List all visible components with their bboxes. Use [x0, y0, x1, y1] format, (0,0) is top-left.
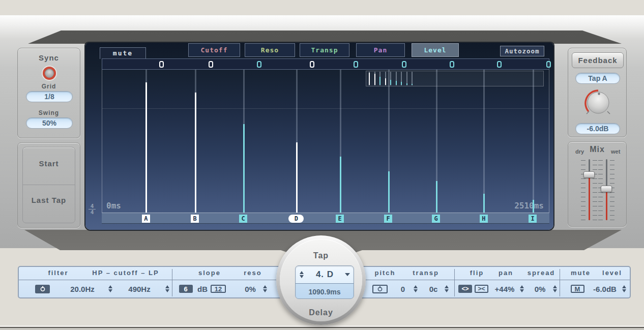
tap-level-bar-D[interactable] — [296, 142, 298, 213]
dry-label: dry — [575, 148, 584, 155]
mute-toggle-F[interactable] — [402, 61, 406, 68]
tap-level-bar-A[interactable] — [145, 82, 147, 213]
spread-value[interactable]: 0% — [529, 283, 551, 295]
minimap-bar-H — [406, 83, 407, 85]
reso-value[interactable]: 0% — [238, 283, 263, 295]
tap-delay-time-value[interactable]: 1090.9ms — [296, 284, 354, 299]
swing-value-field[interactable]: 50% — [26, 117, 73, 129]
wet-mix-slider[interactable] — [597, 159, 616, 221]
tap-badge-A[interactable]: A — [142, 215, 150, 223]
knob-body — [588, 92, 609, 113]
tap-level-bar-E[interactable] — [340, 157, 341, 213]
tap-level-bar-H[interactable] — [483, 194, 485, 213]
dry-slider-handle[interactable] — [583, 171, 595, 178]
tap-letter-strip: ABCDEFGHI — [102, 213, 549, 224]
feedback-tap-selector[interactable]: Tap A — [575, 73, 620, 84]
tap-dropdown-caret-icon[interactable] — [345, 273, 350, 276]
tap-label: Tap — [280, 251, 362, 260]
tap-delay-circle: Tap 4. D 1090.9ms Delay — [276, 235, 366, 325]
tap-badge-F[interactable]: F — [384, 215, 392, 223]
filter-header: filter — [29, 269, 87, 278]
tab-cutoff[interactable]: Cutoff — [188, 43, 240, 57]
flip-inward-button[interactable]: >< — [475, 285, 488, 293]
tap-level-bar-G[interactable] — [436, 181, 437, 213]
flip-outward-button[interactable]: <> — [458, 285, 472, 293]
grid-label: Grid — [18, 83, 80, 90]
mute-toggle-A[interactable] — [159, 61, 164, 68]
mix-panel: Mix dry wet — [568, 141, 627, 227]
tap-badge-E[interactable]: E — [336, 215, 344, 223]
tab-mute[interactable]: mute — [100, 47, 146, 59]
level-value[interactable]: -6.0dB — [588, 283, 622, 295]
mute-toggle-G[interactable] — [450, 61, 454, 68]
wet-label: wet — [611, 148, 620, 155]
sync-led-button[interactable] — [43, 67, 56, 80]
overview-minimap[interactable] — [366, 71, 544, 86]
transport-panel: Start Last Tap — [17, 142, 80, 228]
dry-mix-slider[interactable] — [580, 159, 598, 221]
tab-pan[interactable]: Pan — [356, 43, 405, 57]
level-stepper[interactable] — [622, 285, 627, 293]
tap-track-I — [533, 70, 534, 213]
feedback-button[interactable]: Feedback — [572, 52, 624, 68]
hp-cutoff-stepper[interactable] — [108, 285, 113, 293]
mute-toggle-C[interactable] — [257, 61, 261, 68]
pitch-cents-stepper[interactable] — [444, 285, 450, 293]
tap-level-bar-B[interactable] — [195, 93, 196, 213]
tap-badge-C[interactable]: C — [239, 215, 247, 223]
slope-db-label: dB — [195, 283, 210, 295]
feedback-knob[interactable] — [582, 87, 614, 119]
lp-cutoff-stepper[interactable] — [165, 285, 170, 293]
slope-12db-button[interactable]: 12 — [211, 285, 226, 293]
sync-panel: Sync Grid 1/8 Swing 50% — [17, 48, 80, 138]
tap-select-stepper[interactable] — [299, 271, 305, 279]
lp-cutoff-value[interactable]: 490Hz — [116, 283, 162, 295]
pitch-semitones-stepper[interactable] — [413, 285, 419, 293]
tap-badge-B[interactable]: B — [191, 215, 199, 223]
pitch-power-button[interactable] — [372, 285, 388, 293]
pan-stepper[interactable] — [519, 285, 525, 293]
tap-level-bar-C[interactable] — [243, 124, 245, 213]
wet-slider-handle[interactable] — [601, 186, 612, 192]
autozoom-button[interactable]: Autozoom — [500, 46, 544, 56]
slope-6db-button[interactable]: 6 — [179, 285, 193, 293]
tap-badge-I[interactable]: I — [529, 215, 537, 223]
tap-level-bar-F[interactable] — [388, 171, 390, 213]
filter-power-button[interactable] — [35, 285, 50, 293]
tap-badge-H[interactable]: H — [480, 215, 488, 223]
last-tap-button[interactable]: Last Tap — [18, 196, 80, 204]
tap-track-H — [483, 70, 485, 213]
tap-graph[interactable]: 0ms 2510ms — [102, 70, 549, 213]
time-end-label: 2510ms — [514, 201, 544, 211]
spread-header: spread — [523, 269, 559, 278]
pan-header: pan — [489, 269, 522, 278]
tap-level-bar-I[interactable] — [533, 200, 534, 213]
mute-toggle-D[interactable] — [310, 61, 314, 68]
mute-toggle-H[interactable] — [497, 61, 502, 68]
mute-toggle-E[interactable] — [354, 61, 358, 68]
spread-stepper[interactable] — [552, 285, 558, 293]
tap-selector[interactable]: 4. D 1090.9ms — [295, 265, 354, 299]
knob-indicator-dot — [598, 93, 600, 95]
pan-value[interactable]: +44% — [489, 283, 520, 295]
mute-toggle-I[interactable] — [546, 61, 551, 68]
pitch-semitones-value[interactable]: 0 — [395, 283, 411, 295]
reso-stepper[interactable] — [262, 285, 268, 293]
tab-level-selected[interactable]: Level — [412, 43, 459, 57]
tab-transp[interactable]: Transp — [300, 43, 349, 57]
tap-badge-G[interactable]: G — [432, 215, 440, 223]
mute-toggle-B[interactable] — [209, 61, 213, 68]
start-button[interactable]: Start — [18, 159, 80, 168]
transport-button-frame — [22, 147, 75, 223]
pitch-cents-value[interactable]: 0c — [423, 283, 444, 295]
level-header: level — [596, 269, 629, 278]
grid-value-field[interactable]: 1/8 — [26, 91, 73, 102]
feedback-amount-field[interactable]: -6.0dB — [575, 123, 620, 134]
selected-tap-name: 4. D — [305, 269, 345, 280]
tap-badge-D[interactable]: D — [288, 215, 304, 223]
transp-header: transp — [405, 269, 446, 278]
transport-divider — [22, 185, 75, 185]
tab-reso[interactable]: Reso — [245, 43, 295, 57]
hp-cutoff-value[interactable]: 20.0Hz — [60, 283, 105, 295]
mute-button[interactable]: M — [571, 285, 584, 293]
